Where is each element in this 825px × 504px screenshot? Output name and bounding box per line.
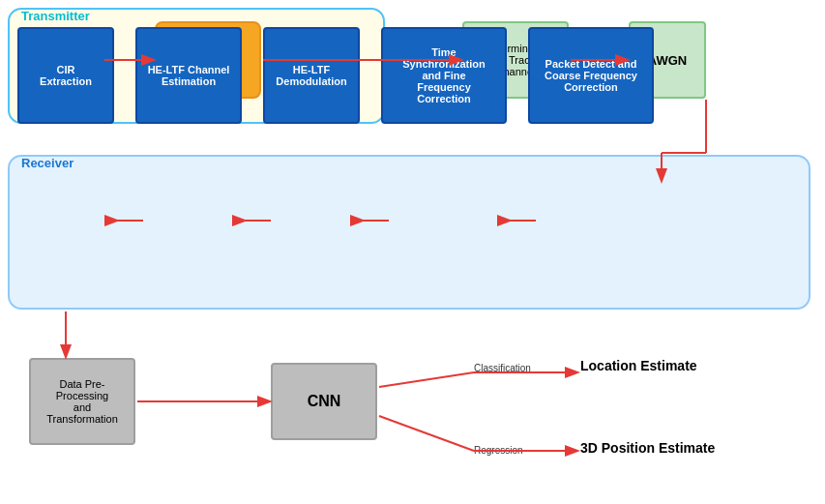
cnn-label: CNN [308,393,341,410]
packet-det-label: Packet Detect andCoarse FrequencyCorrect… [545,58,637,93]
classification-label: Classification [474,363,531,373]
svg-line-14 [379,416,474,451]
heltf-est-label: HE-LTF ChannelEstimation [148,64,230,87]
heltf-est-block: HE-LTF ChannelEstimation [135,27,242,124]
location-label: Location Estimate [580,358,697,373]
svg-line-12 [379,372,474,387]
packet-det-block: Packet Detect andCoarse FrequencyCorrect… [528,27,654,124]
receiver-container: Receiver [8,155,810,310]
time-sync-block: TimeSynchronizationand FineFrequencyCorr… [381,27,507,124]
regression-label: Regression [474,445,523,456]
cnn-block: CNN [271,363,377,440]
transmitter-label: Transmitter [21,9,90,23]
cir-block: CIRExtraction [17,27,114,124]
data-preproc-block: Data Pre-ProcessingandTransformation [29,358,135,445]
heltf-demod-label: HE-LTFDemodulation [276,64,346,87]
time-sync-label: TimeSynchronizationand FineFrequencyCorr… [402,46,486,104]
cir-label: CIRExtraction [40,64,92,87]
receiver-label: Receiver [21,156,74,170]
heltf-demod-block: HE-LTFDemodulation [263,27,360,124]
data-preproc-label: Data Pre-ProcessingandTransformation [46,378,118,425]
position-label: 3D Position Estimate [580,440,715,456]
